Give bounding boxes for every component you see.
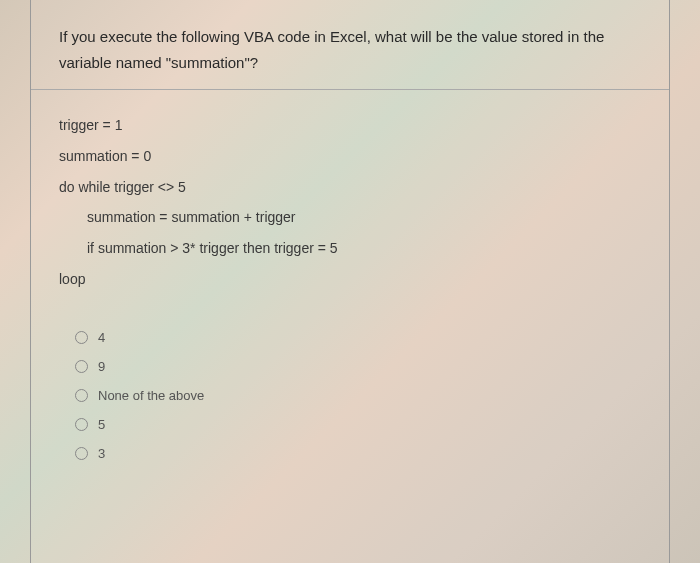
question-prompt-block: If you execute the following VBA code in… [31,0,669,90]
option-row[interactable]: 4 [75,323,641,352]
code-line: summation = summation + trigger [59,202,641,233]
option-label: None of the above [98,388,204,403]
option-label: 3 [98,446,105,461]
code-line: loop [59,264,641,295]
code-line: summation = 0 [59,141,641,172]
radio-icon[interactable] [75,447,88,460]
radio-icon[interactable] [75,418,88,431]
option-row[interactable]: None of the above [75,381,641,410]
option-label: 9 [98,359,105,374]
option-row[interactable]: 9 [75,352,641,381]
code-line: if summation > 3* trigger then trigger =… [59,233,641,264]
option-row[interactable]: 5 [75,410,641,439]
radio-icon[interactable] [75,331,88,344]
radio-icon[interactable] [75,360,88,373]
radio-icon[interactable] [75,389,88,402]
question-prompt: If you execute the following VBA code in… [59,24,641,75]
question-container: If you execute the following VBA code in… [30,0,670,563]
answer-options: 4 9 None of the above 5 3 [31,305,669,478]
option-row[interactable]: 3 [75,439,641,468]
option-label: 5 [98,417,105,432]
option-label: 4 [98,330,105,345]
code-line: trigger = 1 [59,110,641,141]
code-block: trigger = 1 summation = 0 do while trigg… [31,90,669,305]
code-line: do while trigger <> 5 [59,172,641,203]
